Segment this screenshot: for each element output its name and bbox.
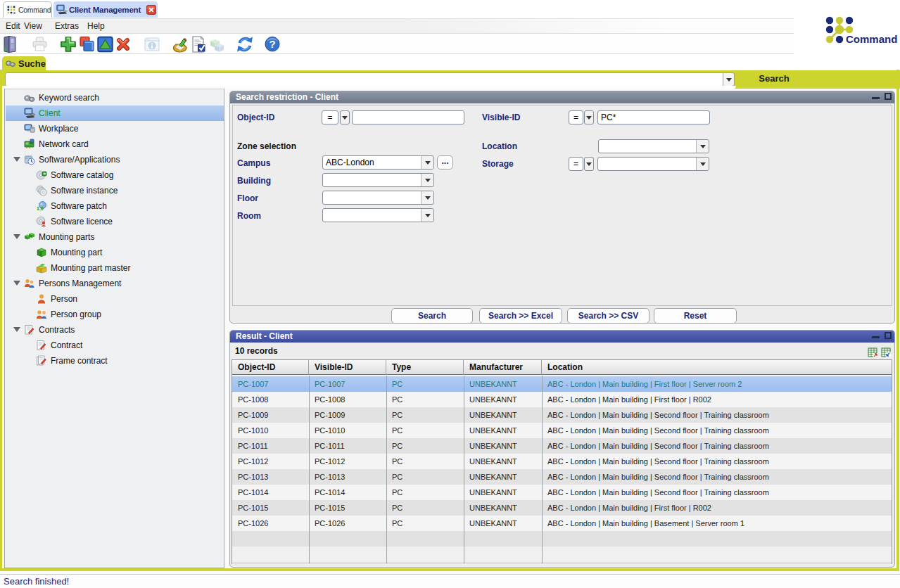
svg-text:1.0: 1.0 (37, 206, 44, 211)
svg-text:Command: Command (846, 33, 897, 45)
svg-text:?: ? (269, 38, 275, 50)
svg-text:c: c (13, 11, 15, 15)
